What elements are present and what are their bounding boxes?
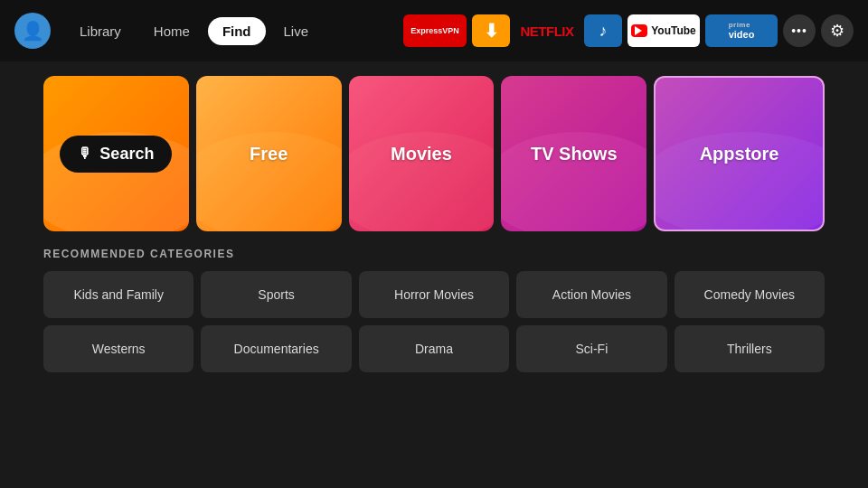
movies-card[interactable]: Movies (349, 76, 495, 231)
tvshows-label: TV Shows (531, 144, 618, 164)
microphone-icon: 🎙 (78, 145, 92, 162)
category-documentaries[interactable]: Documentaries (201, 325, 351, 372)
settings-button[interactable]: ⚙ (821, 14, 854, 47)
search-button[interactable]: 🎙 Search (60, 136, 172, 173)
tvshows-card[interactable]: TV Shows (501, 76, 646, 231)
nav-links: Library Home Find Live (65, 17, 323, 45)
category-kids-family[interactable]: Kids and Family (43, 271, 193, 318)
downloader-icon: ⬇ (484, 20, 499, 42)
category-horror-movies[interactable]: Horror Movies (359, 271, 509, 318)
categories-heading: RECOMMENDED CATEGORIES (43, 248, 825, 260)
youtube-play-icon (631, 24, 647, 37)
category-sports[interactable]: Sports (201, 271, 351, 318)
category-thrillers[interactable]: Thrillers (675, 325, 825, 372)
youtube-shortcut[interactable]: YouTube (627, 14, 700, 47)
category-action-movies[interactable]: Action Movies (516, 271, 666, 318)
nav-library[interactable]: Library (65, 17, 136, 45)
nav-home[interactable]: Home (139, 17, 204, 45)
app-shortcuts: ExpressVPN ⬇ NETFLIX ♪ YouTube prime vid… (403, 14, 854, 47)
netflix-shortcut[interactable]: NETFLIX (515, 14, 579, 47)
search-label: Search (99, 145, 154, 164)
appstore-label: Appstore (700, 144, 779, 164)
user-avatar[interactable]: 👤 (14, 13, 51, 49)
category-comedy-movies[interactable]: Comedy Movies (675, 271, 825, 318)
free-card[interactable]: Free (196, 76, 342, 231)
youtube-icon: YouTube (631, 24, 696, 37)
top-navigation: 👤 Library Home Find Live ExpressVPN ⬇ NE… (0, 0, 868, 61)
appstore-card[interactable]: Appstore (654, 76, 825, 231)
category-drama[interactable]: Drama (359, 325, 509, 372)
gear-icon: ⚙ (830, 21, 844, 41)
find-cards-section: 🎙 Search Free Movies TV Shows Appstore (0, 61, 868, 231)
movies-label: Movies (391, 144, 452, 164)
category-westerns[interactable]: Westerns (43, 325, 193, 372)
recommended-categories-section: RECOMMENDED CATEGORIES Kids and Family S… (0, 231, 868, 372)
downloader-shortcut[interactable]: ⬇ (472, 14, 510, 47)
expressvpn-shortcut[interactable]: ExpressVPN (403, 14, 467, 47)
prime-video-shortcut[interactable]: prime video (705, 14, 778, 47)
music-note-icon: ♪ (599, 22, 608, 41)
category-cards-row: 🎙 Search Free Movies TV Shows Appstore (43, 76, 825, 231)
search-card[interactable]: 🎙 Search (43, 76, 189, 231)
ellipsis-icon: ••• (791, 23, 807, 38)
category-scifi[interactable]: Sci-Fi (516, 325, 666, 372)
more-apps-button[interactable]: ••• (783, 14, 816, 47)
nav-live[interactable]: Live (269, 17, 324, 45)
prime-music-shortcut[interactable]: ♪ (584, 14, 622, 47)
nav-find[interactable]: Find (208, 17, 266, 45)
free-label: Free (250, 144, 288, 164)
netflix-label: NETFLIX (521, 23, 574, 39)
categories-grid: Kids and Family Sports Horror Movies Act… (43, 271, 825, 372)
prime-video-icon: prime video (729, 22, 755, 41)
